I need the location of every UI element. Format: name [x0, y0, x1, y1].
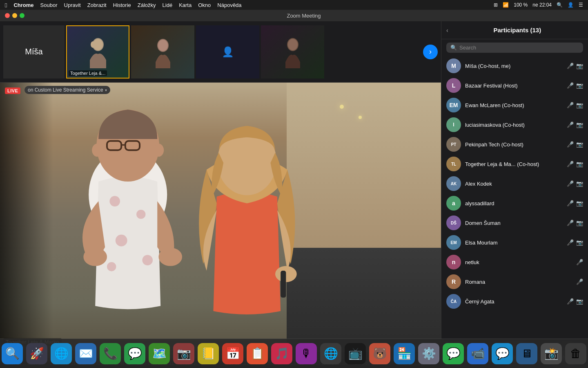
- search-menubar-icon[interactable]: 🔍: [557, 2, 563, 8]
- apple-menu[interactable]: : [5, 2, 7, 9]
- participant-controls: 🎤 📷: [567, 180, 583, 187]
- dock-notes[interactable]: 📒: [198, 343, 219, 364]
- dock-trash[interactable]: 🗑: [565, 343, 586, 364]
- menu-extras-icon[interactable]: ☰: [579, 2, 583, 8]
- cam-off-icon: 📷: [576, 239, 583, 246]
- dock-sysprefs[interactable]: ⚙️: [418, 343, 439, 364]
- search-input[interactable]: [459, 45, 579, 51]
- menu-zobrazit[interactable]: Zobrazit: [87, 2, 107, 8]
- participant-item[interactable]: DŠ Domen Šuman 🎤 📷: [441, 213, 588, 233]
- participant-info: Ewan McLaren (Co-host): [465, 102, 563, 108]
- menu-zalozky[interactable]: Záložky: [138, 2, 156, 8]
- participant-item[interactable]: PT Pekinpah Tech (Co-host) 🎤 📷: [441, 135, 588, 154]
- streaming-service-label[interactable]: on Custom Live Streaming Service ▾: [24, 86, 110, 94]
- svg-point-19: [83, 247, 107, 266]
- mic-icon: 🎤: [567, 180, 574, 187]
- participant-item[interactable]: I luciasimaskova (Co-host) 🎤 📷: [441, 115, 588, 135]
- dock-whatsapp[interactable]: 💬: [443, 343, 464, 364]
- thumbnail-1[interactable]: Together Leja &...: [66, 25, 129, 79]
- menu-napoveda[interactable]: Nápověda: [217, 2, 241, 8]
- participant-controls: 🎤 📷: [567, 161, 583, 167]
- self-name-display: Míša: [25, 47, 42, 56]
- menu-lide[interactable]: Lidé: [163, 2, 173, 8]
- participant-item[interactable]: EM Elsa Mourlam 🎤 📷: [441, 233, 588, 252]
- participant-item[interactable]: M Míša (Co-host, me) 🎤 📷: [441, 56, 588, 76]
- participant-info: alyssadillard: [465, 200, 563, 206]
- svg-point-6: [288, 39, 298, 50]
- participant-info: netluk: [465, 259, 572, 265]
- zoom-window: Zoom Meeting Míša: [0, 10, 588, 368]
- dock-calendar[interactable]: 📅: [222, 343, 243, 364]
- dock-facetime[interactable]: 📞: [100, 343, 121, 364]
- dock-safari[interactable]: 🌐: [51, 343, 72, 364]
- svg-rect-23: [281, 271, 286, 298]
- dock-photos2[interactable]: 📸: [541, 343, 562, 364]
- participant-name: Domen Šuman: [465, 220, 563, 226]
- cam-off-icon: 📷: [576, 200, 583, 206]
- menu-okno[interactable]: Okno: [198, 2, 211, 8]
- search-icon: 🔍: [450, 45, 457, 51]
- dock-bear[interactable]: 🐻: [369, 343, 390, 364]
- menu-soubor[interactable]: Soubor: [40, 2, 58, 8]
- menu-karta[interactable]: Karta: [179, 2, 192, 8]
- participant-item[interactable]: n netluk 🎤: [441, 252, 588, 272]
- traffic-lights: [5, 13, 24, 18]
- dock-podcasts[interactable]: 🎙: [296, 343, 317, 364]
- dock-launchpad[interactable]: 🚀: [26, 343, 47, 364]
- thumbnail-2[interactable]: [131, 25, 194, 79]
- dock-skype[interactable]: 💬: [492, 343, 513, 364]
- svg-point-18: [154, 144, 164, 157]
- minimize-button[interactable]: [12, 13, 17, 18]
- participant-item[interactable]: L Bazaar Festival (Host) 🎤 📷: [441, 76, 588, 95]
- participant-item[interactable]: R Romana 🎤: [441, 272, 588, 292]
- thumb-self-label: Míša: [3, 25, 65, 79]
- svg-point-11: [142, 255, 153, 265]
- thumbnail-nav-button[interactable]: ›: [423, 45, 438, 59]
- svg-point-17: [92, 144, 102, 157]
- dock-music[interactable]: 🎵: [271, 343, 292, 364]
- maximize-button[interactable]: [20, 13, 24, 18]
- participant-item[interactable]: EM Ewan McLaren (Co-host) 🎤 📷: [441, 95, 588, 115]
- dock-apple-tv[interactable]: 📺: [345, 343, 366, 364]
- dock-mail[interactable]: ✉️: [75, 343, 96, 364]
- close-button[interactable]: [5, 13, 10, 18]
- panel-collapse-icon[interactable]: ‹: [446, 27, 448, 34]
- user-icon[interactable]: 👤: [568, 2, 574, 8]
- participant-info: Míša (Co-host, me): [465, 63, 563, 69]
- thumbnail-3[interactable]: 👤: [196, 25, 259, 79]
- participant-item[interactable]: ČA Černý Agata 🎤 📷: [441, 292, 588, 311]
- dock-maps[interactable]: 🗺️: [149, 343, 170, 364]
- streaming-chevron-icon: ▾: [105, 88, 107, 92]
- participant-item[interactable]: a alyssadillard 🎤 📷: [441, 193, 588, 213]
- participant-name: Pekinpah Tech (Co-host): [465, 141, 563, 148]
- svg-point-10: [116, 234, 127, 246]
- svg-point-9: [136, 210, 145, 219]
- participant-item[interactable]: AK Alex Kodek 🎤 📷: [441, 174, 588, 193]
- cam-off-icon: 📷: [576, 141, 583, 148]
- thumbnail-4[interactable]: [261, 25, 324, 79]
- live-badge: LIVE: [5, 88, 20, 94]
- dock-reminders[interactable]: 📋: [247, 343, 268, 364]
- svg-point-12: [107, 262, 116, 271]
- main-video: LIVE on Custom Live Streaming Service ▾ …: [0, 83, 441, 358]
- dock-photos[interactable]: 📷: [173, 343, 194, 364]
- dock-chrome[interactable]: 🌐: [320, 343, 341, 364]
- app-menu-chrome[interactable]: Chrome: [13, 2, 33, 8]
- dock-messages[interactable]: 💬: [124, 343, 145, 364]
- participant-controls: 🎤 📷: [567, 102, 583, 108]
- participant-controls: 🎤 📷: [567, 63, 583, 69]
- search-bar[interactable]: 🔍: [446, 43, 583, 53]
- avatar: M: [446, 58, 461, 73]
- avatar: L: [446, 78, 461, 93]
- participant-item[interactable]: TL Together Leja & Ma... (Co-host) 🎤 📷: [441, 154, 588, 174]
- dock-appstore[interactable]: 🏪: [394, 343, 415, 364]
- menu-upravit[interactable]: Upravit: [64, 2, 81, 8]
- dock-finder2[interactable]: 🖥: [516, 343, 537, 364]
- menu-historie[interactable]: Historie: [113, 2, 131, 8]
- participant-name: Elsa Mourlam: [465, 240, 563, 246]
- dock-finder[interactable]: 🔍: [2, 343, 23, 364]
- participant-controls: 🎤 📷: [567, 121, 583, 128]
- dock-zoom[interactable]: 📹: [467, 343, 488, 364]
- svg-point-8: [109, 196, 120, 206]
- participant-name: Míša (Co-host, me): [465, 63, 563, 69]
